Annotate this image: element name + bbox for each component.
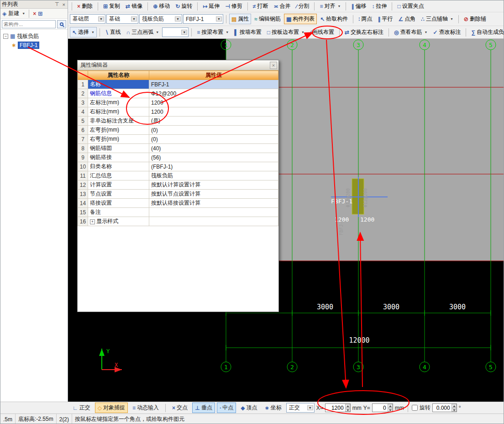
three-point-aux-caret[interactable]: ▼ — [450, 17, 453, 21]
pick-component-icon: ↖ — [320, 16, 325, 22]
select-dropdown-caret[interactable]: ▼ — [91, 31, 94, 34]
panel-close-icon[interactable]: × — [62, 2, 66, 7]
property-row[interactable]: 9钢筋搭接(56) — [78, 153, 278, 162]
svg-text:5: 5 — [489, 364, 493, 371]
expand-icon[interactable]: + — [90, 219, 95, 224]
merge-button[interactable]: ≍合并 — [271, 1, 293, 11]
rotate-checkbox[interactable] — [412, 405, 418, 411]
auto-generate-icon: ∑ — [471, 30, 475, 35]
property-row[interactable]: 7右弯折(mm)(0) — [78, 135, 278, 144]
property-row-name[interactable]: 1名称FBFJ-1 — [78, 80, 278, 89]
object-snap-toggle[interactable]: ◇对象捕捉 — [95, 403, 128, 413]
layout-by-slab-edge-caret[interactable]: ▼ — [301, 31, 304, 34]
element-combobox-caret[interactable]: ▼ — [216, 16, 222, 21]
trim-button[interactable]: ⊣修剪 — [223, 1, 244, 11]
two-point-axis-button[interactable]: ∶两点 — [356, 14, 374, 24]
vertex-snap-toggle[interactable]: ◆顶点 — [238, 403, 260, 413]
layout-by-wall-button[interactable]: ▌按墙布置 — [232, 27, 264, 37]
element-combobox[interactable]: FBFJ-1▼ — [183, 14, 223, 24]
view-rebar-layout-button[interactable]: ◎查看布筋▼ — [392, 27, 430, 37]
property-row-display-style[interactable]: 16+ 显示样式 — [78, 217, 278, 226]
property-row[interactable]: 14搭接设置按默认搭接设置计算 — [78, 199, 278, 208]
layout-by-beam-button[interactable]: ≡按梁布置▼ — [194, 27, 231, 37]
element-type-combobox[interactable]: 筏板负筋▼ — [139, 14, 182, 24]
mode-combobox[interactable]: 正交▼ — [286, 403, 315, 413]
draw-line-layout-button[interactable]: ∕画线布置 — [308, 27, 336, 37]
arc-style-combobox[interactable]: ▼ — [162, 27, 189, 37]
property-row-right-label[interactable]: 4右标注(mm)1200 — [78, 107, 278, 117]
search-button[interactable] — [57, 20, 66, 28]
property-row[interactable]: 13节点设置按默认节点设置计算 — [78, 190, 278, 199]
line-button[interactable]: ∖直线 — [103, 27, 123, 37]
dialog-close-button[interactable]: × — [270, 62, 277, 69]
stretch-button[interactable]: ↕拉伸 — [369, 1, 389, 11]
dialog-titlebar[interactable]: 属性编辑器 × — [78, 60, 278, 70]
intersection-snap-toggle[interactable]: ×交点 — [169, 403, 190, 413]
align-dropdown-caret[interactable]: ▼ — [337, 5, 341, 8]
component-list-button[interactable]: ▦构件列表 — [284, 14, 317, 24]
copy-component-icon[interactable]: ⊞ — [38, 11, 42, 16]
property-button[interactable]: ▤属性 — [229, 14, 251, 24]
edit-rebar-button[interactable]: ≈编辑钢筋 — [252, 14, 283, 24]
break-button[interactable]: ≠打断 — [251, 1, 271, 11]
mirror-button[interactable]: ⇄镜像 — [123, 1, 145, 11]
x-spinner[interactable] — [345, 404, 350, 412]
property-row[interactable]: 10归类名称(FBFJ-1) — [78, 162, 278, 171]
view-rebar-caret[interactable]: ▼ — [424, 31, 427, 34]
arc-style-caret[interactable]: ▼ — [181, 30, 187, 35]
floor-combobox-caret[interactable]: ▼ — [98, 16, 104, 21]
point-angle-axis-button[interactable]: ∠点角 — [396, 14, 418, 24]
edit-toolbar: ×删除 ⊞复制 ⇄镜像 ⊕移动 ↻旋转 ↦延伸 ⊣修剪 ≠打断 ≍合并 ∕分割 … — [68, 0, 504, 12]
search-input[interactable] — [2, 20, 56, 28]
delete-button[interactable]: ×删除 — [75, 1, 95, 11]
pin-icon[interactable]: ⊤ — [54, 1, 60, 7]
new-dropdown-caret[interactable]: ▼ — [22, 12, 25, 15]
edit-annotation-button[interactable]: ✓查改标注 — [430, 27, 463, 37]
ortho-toggle[interactable]: ∟正交 — [70, 403, 93, 413]
split-button[interactable]: ∕分割 — [294, 1, 311, 11]
category-combobox-caret[interactable]: ▼ — [131, 16, 137, 21]
arc-dropdown-caret[interactable]: ▼ — [156, 31, 159, 34]
three-point-arc-button[interactable]: ∩三点画弧▼ — [124, 27, 162, 37]
category-combobox[interactable]: 基础▼ — [106, 14, 138, 24]
select-button[interactable]: ↖选择▼ — [70, 27, 97, 37]
align-button[interactable]: ≡对齐▼ — [317, 1, 343, 11]
set-grip-button[interactable]: □设置夹点 — [395, 1, 426, 11]
property-row[interactable]: 5非单边标注含支座(是) — [78, 117, 278, 126]
floor-combobox[interactable]: 基础层▼ — [70, 14, 105, 24]
new-button[interactable]: 新建 — [8, 10, 19, 17]
extend-button[interactable]: ↦延伸 — [200, 1, 222, 11]
tree-group-slab-negative-rebar[interactable]: − ▦ 筏板负筋 — [1, 32, 67, 40]
layout-by-beam-caret[interactable]: ▼ — [226, 31, 229, 34]
pick-component-button[interactable]: ↖拾取构件 — [318, 14, 350, 24]
component-tree: − ▦ 筏板负筋 ∗ FBFJ-1 — [0, 30, 68, 53]
offset-button[interactable]: ∥偏移 — [349, 1, 368, 11]
layout-by-slab-edge-button[interactable]: □按板边布置▼ — [265, 27, 307, 37]
copy-button[interactable]: ⊞复制 — [101, 1, 122, 11]
property-row[interactable]: 12计算设置按默认计算设置计算 — [78, 180, 278, 190]
perpendicular-snap-toggle[interactable]: ⊥垂点 — [192, 403, 215, 413]
auto-generate-button[interactable]: ∑自动生成负筋 — [469, 27, 504, 37]
property-row[interactable]: 8钢筋锚固(40) — [78, 144, 278, 153]
swap-label-button[interactable]: ⇄交换左右标注 — [342, 27, 386, 37]
rotate-spinner[interactable] — [452, 404, 457, 412]
parallel-axis-button[interactable]: ∥平行 — [375, 14, 395, 24]
coordinate-toggle[interactable]: ∗坐标 — [262, 403, 284, 413]
y-spinner[interactable] — [388, 404, 393, 412]
property-row[interactable]: 6左弯折(mm)(0) — [78, 126, 278, 135]
property-row-left-label[interactable]: 3左标注(mm)1200 — [78, 98, 278, 107]
collapse-icon[interactable]: − — [3, 34, 8, 39]
element-type-combobox-caret[interactable]: ▼ — [175, 16, 181, 21]
rotate-button[interactable]: ↻旋转 — [173, 1, 194, 11]
three-point-aux-axis-button[interactable]: ∴三点辅轴▼ — [419, 14, 456, 24]
property-row[interactable]: 11汇总信息筏板负筋 — [78, 171, 278, 180]
dynamic-input-toggle[interactable]: ≡动态输入 — [130, 403, 162, 413]
delete-component-icon[interactable]: × — [33, 11, 36, 16]
delete-aux-axis-button[interactable]: ⊘删除辅 — [462, 14, 488, 24]
midpoint-snap-toggle[interactable]: ∙中点 — [217, 403, 236, 413]
mode-combobox-caret[interactable]: ▼ — [307, 405, 313, 410]
property-row-rebar-info[interactable]: 2钢筋信息Φ12@200 — [78, 89, 278, 98]
move-button[interactable]: ⊕移动 — [151, 1, 172, 11]
tree-item-fbfj1[interactable]: ∗ FBFJ-1 — [1, 42, 67, 49]
property-row[interactable]: 15备注 — [78, 208, 278, 217]
